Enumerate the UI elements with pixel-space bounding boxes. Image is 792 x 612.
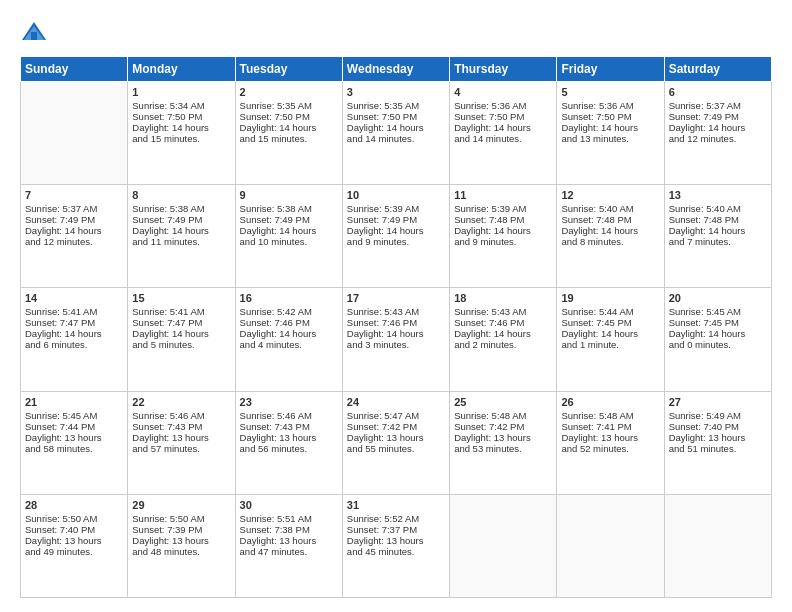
cell-info-line: Sunset: 7:45 PM <box>669 317 767 328</box>
cell-info-line: Sunrise: 5:46 AM <box>132 410 230 421</box>
day-number: 26 <box>561 396 659 408</box>
calendar-cell: 3Sunrise: 5:35 AMSunset: 7:50 PMDaylight… <box>342 82 449 185</box>
calendar-cell: 24Sunrise: 5:47 AMSunset: 7:42 PMDayligh… <box>342 391 449 494</box>
day-number: 2 <box>240 86 338 98</box>
cell-info-line: Sunrise: 5:42 AM <box>240 306 338 317</box>
cell-info-line: and 0 minutes. <box>669 339 767 350</box>
cell-info-line: Sunrise: 5:34 AM <box>132 100 230 111</box>
cell-info-line: Sunrise: 5:44 AM <box>561 306 659 317</box>
day-number: 11 <box>454 189 552 201</box>
cell-info-line: Sunrise: 5:36 AM <box>561 100 659 111</box>
cell-info-line: and 9 minutes. <box>347 236 445 247</box>
cell-info-line: Daylight: 14 hours <box>25 225 123 236</box>
cell-info-line: Daylight: 13 hours <box>669 432 767 443</box>
calendar-cell: 8Sunrise: 5:38 AMSunset: 7:49 PMDaylight… <box>128 185 235 288</box>
calendar-cell: 20Sunrise: 5:45 AMSunset: 7:45 PMDayligh… <box>664 288 771 391</box>
col-header-thursday: Thursday <box>450 57 557 82</box>
day-number: 10 <box>347 189 445 201</box>
cell-info-line: Sunset: 7:43 PM <box>132 421 230 432</box>
calendar-cell: 1Sunrise: 5:34 AMSunset: 7:50 PMDaylight… <box>128 82 235 185</box>
calendar-cell: 22Sunrise: 5:46 AMSunset: 7:43 PMDayligh… <box>128 391 235 494</box>
day-number: 28 <box>25 499 123 511</box>
cell-info-line: Daylight: 14 hours <box>240 122 338 133</box>
cell-info-line: Sunset: 7:39 PM <box>132 524 230 535</box>
cell-info-line: and 47 minutes. <box>240 546 338 557</box>
cell-info-line: Sunrise: 5:49 AM <box>669 410 767 421</box>
cell-info-line: Sunrise: 5:37 AM <box>25 203 123 214</box>
cell-info-line: Sunrise: 5:50 AM <box>25 513 123 524</box>
day-number: 13 <box>669 189 767 201</box>
day-number: 31 <box>347 499 445 511</box>
cell-info-line: Daylight: 13 hours <box>132 535 230 546</box>
calendar-cell <box>450 494 557 597</box>
day-number: 17 <box>347 292 445 304</box>
day-number: 9 <box>240 189 338 201</box>
day-number: 1 <box>132 86 230 98</box>
cell-info-line: and 12 minutes. <box>25 236 123 247</box>
cell-info-line: and 11 minutes. <box>132 236 230 247</box>
header <box>20 18 772 46</box>
cell-info-line: Sunrise: 5:43 AM <box>347 306 445 317</box>
cell-info-line: and 9 minutes. <box>454 236 552 247</box>
cell-info-line: and 8 minutes. <box>561 236 659 247</box>
cell-info-line: Sunset: 7:47 PM <box>25 317 123 328</box>
calendar-cell: 30Sunrise: 5:51 AMSunset: 7:38 PMDayligh… <box>235 494 342 597</box>
calendar-cell: 28Sunrise: 5:50 AMSunset: 7:40 PMDayligh… <box>21 494 128 597</box>
day-number: 12 <box>561 189 659 201</box>
cell-info-line: Daylight: 13 hours <box>240 432 338 443</box>
col-header-tuesday: Tuesday <box>235 57 342 82</box>
cell-info-line: Daylight: 14 hours <box>132 225 230 236</box>
calendar-cell <box>664 494 771 597</box>
day-number: 3 <box>347 86 445 98</box>
cell-info-line: Sunrise: 5:36 AM <box>454 100 552 111</box>
cell-info-line: Daylight: 14 hours <box>347 225 445 236</box>
cell-info-line: Sunset: 7:40 PM <box>669 421 767 432</box>
cell-info-line: Daylight: 13 hours <box>347 535 445 546</box>
page: SundayMondayTuesdayWednesdayThursdayFrid… <box>0 0 792 612</box>
cell-info-line: Daylight: 14 hours <box>561 122 659 133</box>
calendar-cell: 29Sunrise: 5:50 AMSunset: 7:39 PMDayligh… <box>128 494 235 597</box>
calendar-cell: 21Sunrise: 5:45 AMSunset: 7:44 PMDayligh… <box>21 391 128 494</box>
cell-info-line: Daylight: 14 hours <box>347 122 445 133</box>
day-number: 16 <box>240 292 338 304</box>
cell-info-line: Sunrise: 5:39 AM <box>454 203 552 214</box>
cell-info-line: and 4 minutes. <box>240 339 338 350</box>
cell-info-line: Daylight: 14 hours <box>669 328 767 339</box>
cell-info-line: Sunrise: 5:41 AM <box>25 306 123 317</box>
cell-info-line: Daylight: 13 hours <box>132 432 230 443</box>
cell-info-line: and 15 minutes. <box>132 133 230 144</box>
cell-info-line: and 15 minutes. <box>240 133 338 144</box>
cell-info-line: Sunrise: 5:38 AM <box>132 203 230 214</box>
calendar-cell: 27Sunrise: 5:49 AMSunset: 7:40 PMDayligh… <box>664 391 771 494</box>
day-number: 7 <box>25 189 123 201</box>
cell-info-line: Sunrise: 5:38 AM <box>240 203 338 214</box>
cell-info-line: Daylight: 13 hours <box>347 432 445 443</box>
day-number: 25 <box>454 396 552 408</box>
cell-info-line: Daylight: 14 hours <box>132 122 230 133</box>
day-number: 8 <box>132 189 230 201</box>
cell-info-line: and 53 minutes. <box>454 443 552 454</box>
cell-info-line: Daylight: 14 hours <box>25 328 123 339</box>
day-number: 4 <box>454 86 552 98</box>
day-number: 27 <box>669 396 767 408</box>
cell-info-line: Sunrise: 5:40 AM <box>669 203 767 214</box>
logo <box>20 18 52 46</box>
day-number: 6 <box>669 86 767 98</box>
day-number: 29 <box>132 499 230 511</box>
cell-info-line: Sunrise: 5:41 AM <box>132 306 230 317</box>
cell-info-line: and 45 minutes. <box>347 546 445 557</box>
cell-info-line: and 58 minutes. <box>25 443 123 454</box>
calendar-cell: 14Sunrise: 5:41 AMSunset: 7:47 PMDayligh… <box>21 288 128 391</box>
cell-info-line: Sunrise: 5:35 AM <box>347 100 445 111</box>
cell-info-line: Sunset: 7:42 PM <box>454 421 552 432</box>
calendar-cell: 17Sunrise: 5:43 AMSunset: 7:46 PMDayligh… <box>342 288 449 391</box>
cell-info-line: Sunrise: 5:39 AM <box>347 203 445 214</box>
cell-info-line: Daylight: 14 hours <box>454 328 552 339</box>
cell-info-line: and 1 minute. <box>561 339 659 350</box>
logo-icon <box>20 18 48 46</box>
cell-info-line: Daylight: 14 hours <box>132 328 230 339</box>
cell-info-line: Sunrise: 5:48 AM <box>561 410 659 421</box>
cell-info-line: Sunset: 7:48 PM <box>454 214 552 225</box>
cell-info-line: Sunset: 7:47 PM <box>132 317 230 328</box>
cell-info-line: Sunset: 7:38 PM <box>240 524 338 535</box>
